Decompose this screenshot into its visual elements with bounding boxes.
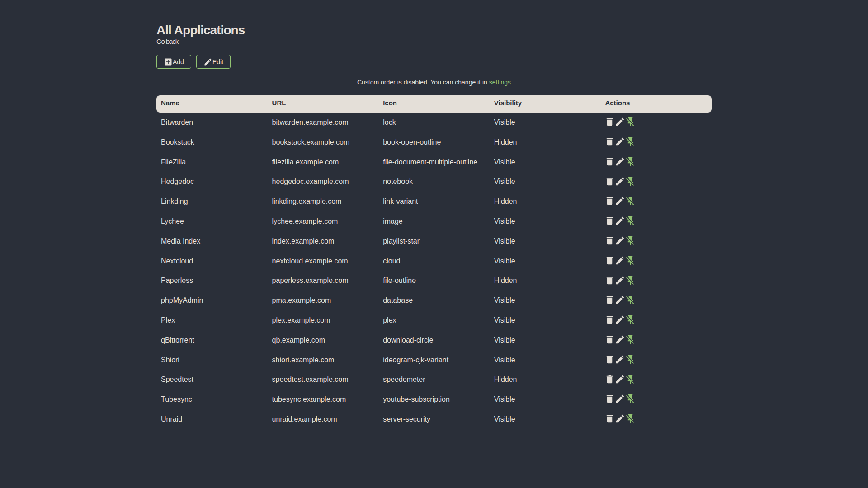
visibility-cell: Hidden — [490, 370, 601, 390]
pencil-icon[interactable] — [615, 235, 625, 246]
pencil-icon[interactable] — [615, 314, 625, 325]
visibility-cell: Visible — [490, 172, 601, 192]
delete-icon[interactable] — [604, 255, 615, 266]
row-actions — [604, 196, 707, 206]
add-button-label: Add — [173, 58, 184, 66]
pin-off-icon[interactable] — [625, 394, 636, 404]
pencil-icon[interactable] — [615, 156, 625, 167]
settings-page: All Applications Go back Add Edit Custom… — [156, 0, 712, 429]
pencil-icon[interactable] — [615, 275, 625, 286]
delete-icon[interactable] — [604, 354, 615, 365]
pencil-icon[interactable] — [615, 394, 625, 404]
delete-icon[interactable] — [604, 413, 615, 424]
row-actions — [604, 354, 707, 365]
table-row: Plexplex.example.complexVisible — [156, 310, 712, 330]
delete-icon[interactable] — [604, 136, 615, 147]
name-cell: qBittorrent — [156, 330, 268, 350]
pin-off-icon[interactable] — [625, 314, 636, 325]
row-actions — [604, 156, 707, 167]
icon-cell: image — [378, 211, 490, 231]
row-actions — [604, 136, 707, 147]
column-header-actions: Actions — [600, 95, 712, 113]
go-back-link[interactable]: Go back — [156, 38, 178, 46]
pencil-icon[interactable] — [615, 176, 625, 187]
delete-icon[interactable] — [604, 196, 615, 206]
icon-cell: file-outline — [378, 271, 490, 291]
actions-cell — [600, 192, 712, 212]
delete-icon[interactable] — [604, 235, 615, 246]
delete-icon[interactable] — [604, 156, 615, 167]
url-cell: bookstack.example.com — [268, 132, 379, 152]
pin-off-icon[interactable] — [625, 354, 636, 365]
pencil-icon[interactable] — [615, 136, 625, 147]
pin-off-icon[interactable] — [625, 216, 636, 226]
actions-cell — [600, 172, 712, 192]
pin-off-icon[interactable] — [625, 117, 636, 127]
pencil-icon[interactable] — [615, 216, 625, 226]
table-header: Name URL Icon Visibility Actions — [156, 95, 712, 113]
icon-cell: youtube-subscription — [378, 390, 490, 410]
url-cell: plex.example.com — [268, 310, 379, 330]
table-row: Paperlesspaperless.example.comfile-outli… — [156, 271, 712, 291]
pin-off-icon[interactable] — [625, 413, 636, 424]
pin-off-icon[interactable] — [625, 255, 636, 266]
settings-link[interactable]: settings — [489, 79, 511, 86]
delete-icon[interactable] — [604, 314, 615, 325]
pin-off-icon[interactable] — [625, 235, 636, 246]
delete-icon[interactable] — [604, 275, 615, 286]
actions-cell — [600, 390, 712, 410]
edit-button-label: Edit — [212, 58, 223, 66]
visibility-cell: Visible — [490, 152, 601, 172]
url-cell: unraid.example.com — [268, 409, 379, 429]
pin-off-icon[interactable] — [625, 295, 636, 305]
url-cell: tubesync.example.com — [268, 390, 379, 410]
pin-off-icon[interactable] — [625, 374, 636, 385]
pencil-icon[interactable] — [615, 413, 625, 424]
actions-cell — [600, 370, 712, 390]
visibility-cell: Visible — [490, 390, 601, 410]
table-row: Nextcloudnextcloud.example.comcloudVisib… — [156, 251, 712, 271]
delete-icon[interactable] — [604, 216, 615, 226]
column-header-icon: Icon — [378, 95, 490, 113]
row-actions — [604, 295, 707, 305]
delete-icon[interactable] — [604, 374, 615, 385]
pencil-icon[interactable] — [615, 117, 625, 127]
delete-icon[interactable] — [604, 295, 615, 305]
pin-off-icon[interactable] — [625, 334, 636, 345]
name-cell: Bitwarden — [156, 113, 268, 132]
pin-off-icon[interactable] — [625, 176, 636, 187]
visibility-cell: Visible — [490, 330, 601, 350]
edit-button[interactable]: Edit — [196, 55, 231, 69]
delete-icon[interactable] — [604, 176, 615, 187]
icon-cell: plex — [378, 310, 490, 330]
pencil-icon[interactable] — [615, 196, 625, 206]
row-actions — [604, 235, 707, 246]
url-cell: bitwarden.example.com — [268, 113, 379, 132]
pencil-icon[interactable] — [615, 354, 625, 365]
url-cell: paperless.example.com — [268, 271, 379, 291]
pencil-icon[interactable] — [615, 255, 625, 266]
applications-table: Name URL Icon Visibility Actions Bitward… — [156, 95, 712, 429]
table-row: Speedtestspeedtest.example.comspeedomete… — [156, 370, 712, 390]
visibility-cell: Hidden — [490, 192, 601, 212]
row-actions — [604, 374, 707, 385]
pencil-icon[interactable] — [615, 295, 625, 305]
name-cell: Media Index — [156, 231, 268, 251]
icon-cell: server-security — [378, 409, 490, 429]
visibility-cell: Visible — [490, 409, 601, 429]
table-row: Media Indexindex.example.complaylist-sta… — [156, 231, 712, 251]
table-row: Unraidunraid.example.comserver-securityV… — [156, 409, 712, 429]
pin-off-icon[interactable] — [625, 196, 636, 206]
pin-off-icon[interactable] — [625, 136, 636, 147]
add-button[interactable]: Add — [156, 55, 191, 69]
table-row: Hedgedochedgedoc.example.comnotebookVisi… — [156, 172, 712, 192]
pencil-icon[interactable] — [615, 374, 625, 385]
delete-icon[interactable] — [604, 334, 615, 345]
pin-off-icon[interactable] — [625, 275, 636, 286]
delete-icon[interactable] — [604, 394, 615, 404]
delete-icon[interactable] — [604, 117, 615, 127]
pin-off-icon[interactable] — [625, 156, 636, 167]
pencil-icon[interactable] — [615, 334, 625, 345]
url-cell: index.example.com — [268, 231, 379, 251]
table-row: Bitwardenbitwarden.example.comlockVisibl… — [156, 113, 712, 132]
